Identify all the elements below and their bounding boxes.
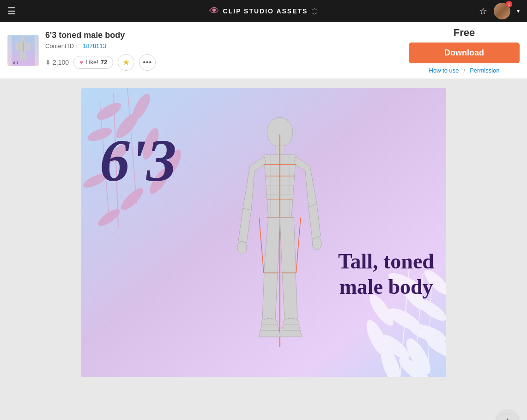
nav-center: 👁 CLIP STUDIO ASSETS ⬡ (209, 5, 318, 17)
ellipsis-icon: ••• (143, 58, 152, 67)
header-right: Free Download How to use / Permission (409, 27, 520, 74)
thumbnail-image: 6'3 (8, 35, 38, 66)
svg-rect-3 (16, 43, 19, 50)
asset-title: 6'3 toned male body (45, 30, 402, 40)
svg-text:Tall, toned: Tall, toned (338, 250, 434, 273)
price-label: Free (454, 27, 475, 39)
preview-container: 6'3 Tall, toned male body (79, 88, 448, 377)
asset-info: 6'3 toned male body Content ID： 1878113 … (45, 30, 402, 71)
hamburger-icon[interactable]: ☰ (7, 6, 16, 17)
content-id-value[interactable]: 1878113 (83, 43, 106, 49)
like-count: 72 (101, 59, 107, 66)
bookmark-button[interactable]: ★ (118, 54, 134, 71)
download-links: How to use / Permission (429, 67, 500, 74)
like-label: Like! (85, 59, 98, 66)
svg-point-1 (21, 37, 25, 42)
site-title: CLIP STUDIO ASSETS (223, 7, 308, 15)
avatar-wrapper[interactable]: 1 (494, 3, 510, 19)
svg-point-50 (237, 241, 247, 254)
download-button[interactable]: Download (409, 43, 520, 63)
preview-image: 6'3 Tall, toned male body (81, 88, 446, 377)
content-id-row: Content ID： 1878113 (45, 42, 402, 50)
nav-left: ☰ (7, 6, 16, 17)
notification-badge: 1 (506, 1, 512, 7)
main-content: 6'3 Tall, toned male body (0, 79, 527, 420)
permission-link[interactable]: Permission (470, 67, 499, 74)
svg-text:male body: male body (339, 275, 433, 298)
top-navigation: ☰ 👁 CLIP STUDIO ASSETS ⬡ ☆ 1 ▾ (0, 0, 527, 22)
asset-thumbnail: 6'3 (7, 35, 39, 66)
nav-right: ☆ 1 ▾ (479, 3, 520, 19)
back-to-top-button[interactable]: ▲ (497, 410, 518, 420)
how-to-use-link[interactable]: How to use (429, 67, 459, 74)
star-icon: ★ (122, 57, 130, 67)
like-button[interactable]: ♥ Like! 72 (73, 56, 113, 69)
svg-rect-4 (27, 43, 30, 50)
chevron-down-icon[interactable]: ▾ (517, 8, 520, 14)
preview-background: 6'3 Tall, toned male body (81, 88, 446, 377)
content-id-label: Content ID： (45, 42, 80, 50)
action-row: ⬇ 2,100 ♥ Like! 72 ★ ••• (45, 54, 402, 71)
logo-icon: 👁 (209, 5, 219, 17)
download-count-value: 2,100 (53, 59, 69, 66)
chevron-up-icon: ▲ (503, 415, 512, 420)
svg-point-51 (312, 237, 321, 250)
svg-text:6'3: 6'3 (13, 61, 18, 65)
share-icon[interactable]: ⬡ (311, 7, 318, 16)
asset-header: 6'3 6'3 toned male body Content ID： 1878… (0, 22, 527, 79)
heart-icon: ♥ (79, 59, 83, 66)
svg-text:6'3: 6'3 (100, 127, 176, 194)
svg-rect-5 (20, 51, 23, 61)
download-count: ⬇ 2,100 (45, 59, 69, 66)
more-options-button[interactable]: ••• (139, 54, 156, 71)
download-count-icon: ⬇ (45, 59, 51, 66)
thumbnail-figure: 6'3 (12, 36, 35, 66)
favorite-icon[interactable]: ☆ (479, 6, 487, 17)
link-separator: / (464, 67, 466, 74)
svg-rect-6 (24, 51, 26, 61)
